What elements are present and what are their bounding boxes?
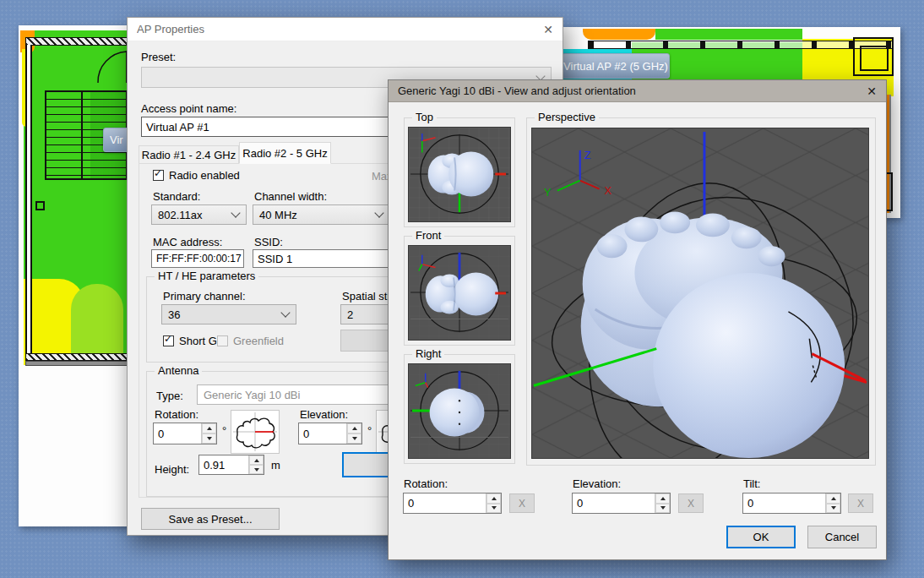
elevation-label: Elevation: [573,477,621,490]
elevation-degree-unit: ° [367,424,372,437]
height-spinner[interactable]: 0.91 [198,455,264,475]
ap-label-virtual-ap-2[interactable]: Virtual AP #2 (5 GHz) [562,53,670,79]
rotation-spinner[interactable]: 0 [153,423,217,444]
door-swing-icon [96,49,128,85]
chevron-down-icon [231,208,240,217]
tilt-reset-button[interactable]: X [848,493,873,513]
spinner-up-icon[interactable] [826,493,840,504]
top-view-3d[interactable] [408,127,511,222]
rotation-reset-button[interactable]: X [509,493,535,513]
column-marker [35,201,45,210]
spinner-up-icon[interactable] [486,493,501,504]
close-icon[interactable]: ✕ [534,18,563,41]
spinner-down-icon[interactable] [655,504,670,514]
rotation-label: Rotation: [155,408,198,421]
ok-button[interactable]: OK [726,526,796,548]
wall-corner-frame-inner [860,46,889,71]
cancel-button[interactable]: Cancel [807,526,877,548]
tilt-label: Tilt: [743,477,760,490]
spinner-up-icon[interactable] [655,493,670,504]
close-icon[interactable]: ✕ [857,80,886,101]
elevation-spinner[interactable]: 0 [298,423,362,444]
perspective-view-3d[interactable]: Z X Y [531,128,869,459]
ap-dialog-title: AP Properties [137,23,534,35]
short-gi-checkbox[interactable]: ✓ Short GI [163,335,220,347]
primary-channel-label: Primary channel: [163,290,246,303]
antenna-type-label: Type: [156,390,183,402]
ap-name-label: Access point name: [141,102,236,115]
svg-text:X: X [605,184,612,197]
rotation-spinner[interactable]: 0 [403,493,502,514]
svg-text:Z: Z [584,149,591,161]
svg-text:Y: Y [544,186,552,199]
standard-label: Standard: [153,190,200,203]
elevation-reset-button[interactable]: X [678,493,704,513]
rotation-label: Rotation: [404,477,448,490]
ssid-input[interactable]: SSID 1 [253,249,398,268]
tab-radio-1[interactable]: Radio #1 - 2.4 GHz [139,145,239,164]
mac-label: MAC address: [153,236,222,248]
orientation-dialog-title: Generic Yagi 10 dBi - View and adjust or… [398,85,857,97]
chevron-down-icon [280,308,290,317]
spinner-up-icon[interactable] [249,455,264,465]
mac-input[interactable]: FF:FF:FF:00:00:17 [151,249,244,268]
spinner-down-icon[interactable] [249,465,264,474]
checkmark-icon: ✓ [154,167,162,179]
spinner-up-icon[interactable] [202,423,216,434]
standard-combobox[interactable]: 802.11ax [151,204,247,225]
wall-left [25,45,32,365]
ssid-label: SSID: [254,236,283,248]
radio-enabled-checkbox[interactable]: ✓ Radio enabled [153,169,240,182]
save-as-preset-button[interactable]: Save as Preset... [141,508,280,530]
checkmark-icon: ✓ [164,333,172,345]
ap-dialog-titlebar: AP Properties ✕ [128,18,563,41]
spinner-up-icon[interactable] [347,423,361,434]
elevation-label: Elevation: [300,408,348,421]
rotation-degree-unit: ° [222,424,226,437]
right-view-3d[interactable] [408,363,511,459]
height-label: Height: [155,463,189,476]
spinner-down-icon[interactable] [486,504,501,514]
elevation-spinner[interactable]: 0 [572,493,671,514]
spinner-down-icon[interactable] [347,434,361,444]
channel-width-label: Channel width: [254,190,327,203]
channel-width-combobox[interactable]: 40 MHz [253,204,390,225]
orientation-dialog-titlebar: Generic Yagi 10 dBi - View and adjust or… [389,80,886,102]
front-view-3d[interactable] [408,245,511,341]
desktop: Vir Virtual AP #2 (5 GHz) AP Properties … [0,0,924,578]
spinner-down-icon[interactable] [826,504,840,514]
preset-label: Preset: [141,51,176,63]
greenfield-checkbox[interactable]: Greenfield [217,335,284,347]
orientation-dialog: Generic Yagi 10 dBi - View and adjust or… [388,79,887,560]
tab-radio-2[interactable]: Radio #2 - 5 GHz [239,142,331,164]
heatmap-green-sliver-top [655,29,802,40]
height-unit: m [271,459,280,472]
heatmap-orange-blob-top [583,29,655,40]
spinner-down-icon[interactable] [202,434,216,444]
primary-channel-combobox[interactable]: 36 [161,304,296,324]
rotation-pattern-preview [231,410,280,454]
wall-with-posts [588,41,894,49]
chevron-down-icon [374,208,383,217]
tilt-spinner[interactable]: 0 [742,493,841,514]
